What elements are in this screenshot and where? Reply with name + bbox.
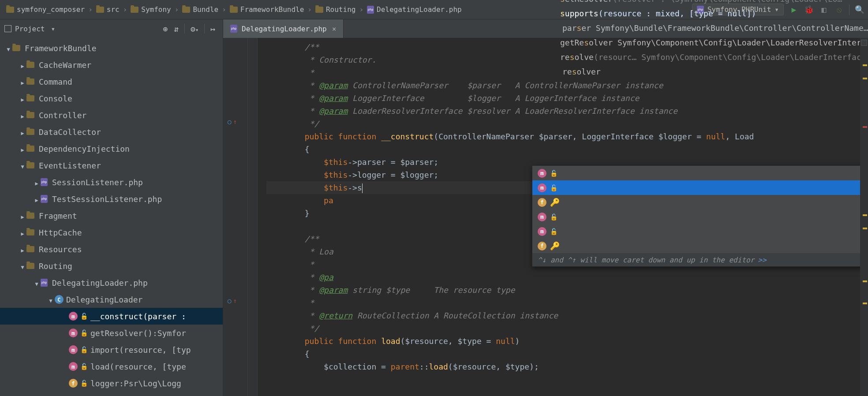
tree-row-label: import(resource, [typ [90, 345, 191, 355]
tree-row-label: EventListener [39, 161, 101, 170]
crumb-symfony[interactable]: Symfony [128, 4, 173, 15]
property-icon: 🔑 [550, 241, 560, 250]
crumb-bundle[interactable]: Bundle [180, 4, 221, 15]
chevron-down-icon[interactable] [19, 161, 26, 170]
tree-row-load-resource-type[interactable]: m🔓load(resource, [type [0, 358, 223, 375]
chevron-right-icon[interactable] [33, 194, 41, 204]
tree-row-command[interactable]: Command [0, 73, 223, 90]
project-tree[interactable]: FrameworkBundleCacheWarmerCommandConsole… [0, 38, 223, 396]
chevron-right-icon[interactable] [19, 211, 26, 220]
tree-row-delegatingloader-php[interactable]: DelegatingLoader.php [0, 274, 223, 291]
tree-row-eventlistener[interactable]: EventListener [0, 157, 223, 174]
php-file-icon [230, 25, 237, 33]
tree-row-getresolver-symfor[interactable]: m🔓getResolver():Symfor [0, 325, 223, 341]
completion-more-link[interactable]: >> [758, 256, 766, 264]
chevron-down-icon[interactable] [4, 44, 12, 53]
php-file-icon [367, 6, 374, 14]
crumb-frameworkbundle[interactable]: FrameworkBundle [227, 4, 307, 15]
inspection-indicator-icon[interactable] [861, 40, 867, 46]
tab-delegatingloader[interactable]: DelegatingLoader.php × [223, 19, 344, 38]
chevron-right-icon[interactable] [19, 127, 26, 137]
tree-row-cachewarmer[interactable]: CacheWarmer [0, 56, 223, 73]
tree-row-label: SessionListener.php [52, 178, 143, 187]
editor[interactable]: ◯↑ ◯↑ /** * Constructor. * * @param Cont… [223, 38, 868, 396]
override-gutter-icon[interactable]: ◯↑ [228, 118, 245, 125]
public-icon: 🔓 [80, 363, 88, 370]
warning-marker[interactable] [863, 64, 867, 66]
error-stripe[interactable] [860, 38, 868, 396]
tree-row-label: Command [39, 77, 72, 86]
collapse-all-icon[interactable]: ⇵ [174, 24, 179, 34]
folder-icon [230, 7, 238, 13]
tree-row-httpcache[interactable]: HttpCache [0, 224, 223, 241]
chevron-right-icon[interactable] [33, 178, 41, 187]
field-icon: f [69, 379, 78, 388]
project-view-icon[interactable] [4, 25, 11, 32]
field-icon: f [538, 198, 546, 207]
line-gutter[interactable]: ◯↑ ◯↑ [223, 38, 248, 396]
public-icon: 🔓 [80, 329, 88, 336]
divider [204, 24, 205, 34]
error-marker[interactable] [863, 126, 867, 128]
tree-row--construct-parser-[interactable]: m🔓__construct(parser : [0, 308, 223, 325]
tree-row-controller[interactable]: Controller [0, 107, 223, 123]
tree-row-dependencyinjection[interactable]: DependencyInjection [0, 140, 223, 157]
folder-icon [26, 263, 34, 269]
warning-marker[interactable] [863, 78, 867, 79]
tree-row-sessionlistener-php[interactable]: SessionListener.php [0, 174, 223, 191]
close-icon[interactable]: × [332, 25, 337, 33]
tree-row-frameworkbundle[interactable]: FrameworkBundle [0, 40, 223, 56]
chevron-down-icon[interactable] [47, 295, 55, 304]
warning-marker[interactable] [863, 214, 867, 216]
warning-marker[interactable] [863, 303, 867, 304]
folder-icon [26, 213, 34, 219]
chevron-right-icon[interactable] [19, 77, 26, 86]
completion-item[interactable]: f🔑resolver [532, 239, 868, 253]
public-icon: 🔓 [80, 346, 88, 353]
chevron-right-icon[interactable] [19, 245, 26, 254]
crumb-src[interactable]: src [94, 4, 122, 15]
public-icon: 🔓 [550, 184, 557, 191]
folder-icon [26, 146, 34, 152]
tree-row-label: Routing [39, 262, 72, 271]
folder-icon [131, 7, 138, 13]
crumb-label: Symfony [141, 5, 171, 14]
fold-gutter[interactable] [248, 38, 258, 396]
folder-icon [315, 7, 323, 13]
gear-icon[interactable]: ⚙▾ [191, 24, 198, 34]
tree-row-import-resource-typ[interactable]: m🔓import(resource, [typ [0, 341, 223, 358]
chevron-down-icon[interactable] [19, 262, 26, 271]
override-gutter-icon[interactable]: ◯↑ [228, 297, 245, 304]
crumb-label: FrameworkBundle [240, 5, 304, 14]
chevron-right-icon[interactable] [19, 60, 26, 70]
property-icon: 🔑 [550, 198, 560, 207]
warning-marker[interactable] [863, 280, 867, 282]
scroll-from-source-icon[interactable]: ⊕ [163, 24, 168, 34]
project-pane-header: Project ▾ ⊕ ⇵ ⚙▾ ↦ [0, 19, 223, 38]
tree-row-testsessionlistener-php[interactable]: TestSessionListener.php [0, 191, 223, 207]
crumb-symfony-composer[interactable]: symfony_composer [4, 4, 87, 15]
chevron-right-icon[interactable] [19, 228, 26, 237]
tree-row-fragment[interactable]: Fragment [0, 207, 223, 224]
tree-row-label: HttpCache [39, 228, 82, 237]
crumb-file[interactable]: DelegatingLoader.php [364, 4, 464, 15]
method-icon: m [538, 169, 546, 178]
public-icon: 🔓 [550, 170, 557, 177]
code-completion-popup[interactable]: m🔓setResolver(resolver : \Symfony\Compon… [532, 165, 868, 267]
warning-marker[interactable] [863, 228, 867, 229]
chevron-right-icon[interactable] [19, 111, 26, 120]
chevron-right-icon[interactable] [19, 94, 26, 103]
tree-row-resources[interactable]: Resources [0, 241, 223, 258]
tree-row-delegatingloader[interactable]: CDelegatingLoader [0, 291, 223, 308]
crumb-routing[interactable]: Routing [313, 4, 358, 15]
tree-row-logger-psr-log-logg[interactable]: f🔓logger:Psr\Log\Logg [0, 375, 223, 392]
chevron-down-icon[interactable]: ▾ [51, 25, 55, 33]
chevron-down-icon[interactable] [33, 278, 41, 288]
chevron-right-icon[interactable] [19, 144, 26, 153]
method-icon: m [69, 345, 78, 354]
tree-row-console[interactable]: Console [0, 90, 223, 107]
method-icon: m [538, 213, 546, 221]
hide-panel-icon[interactable]: ↦ [210, 24, 215, 34]
tree-row-datacollector[interactable]: DataCollector [0, 123, 223, 140]
tree-row-routing[interactable]: Routing [0, 258, 223, 274]
